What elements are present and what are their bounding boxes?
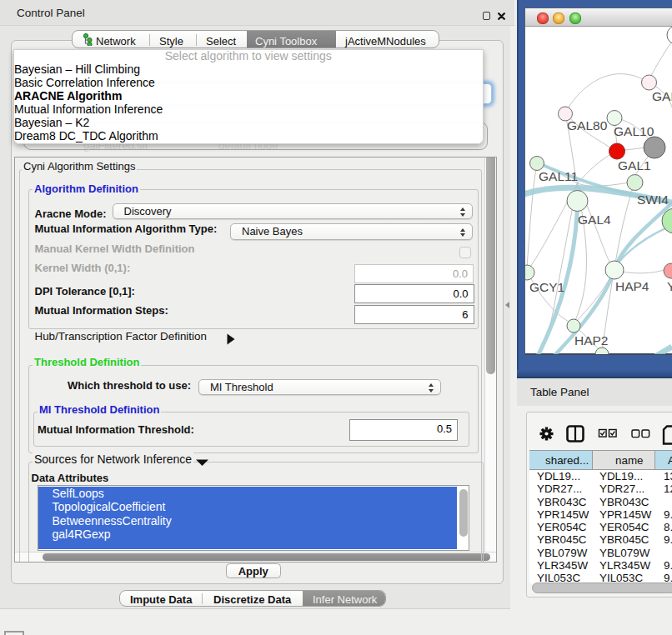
svg-text:GAL10: GAL10 bbox=[614, 124, 654, 138]
svg-text:GAL80: GAL80 bbox=[567, 118, 608, 132]
svg-text:GAL: GAL bbox=[652, 89, 672, 103]
svg-text:GAL11: GAL11 bbox=[539, 169, 578, 183]
svg-text:SWI4: SWI4 bbox=[637, 192, 669, 207]
svg-text:Y: Y bbox=[667, 279, 672, 293]
svg-text:GAL1: GAL1 bbox=[618, 158, 651, 172]
svg-text:GCY1: GCY1 bbox=[529, 280, 564, 294]
svg-text:GAL4: GAL4 bbox=[578, 212, 611, 227]
svg-text:HAP2: HAP2 bbox=[574, 333, 609, 348]
svg-text:HAP4: HAP4 bbox=[615, 279, 649, 293]
